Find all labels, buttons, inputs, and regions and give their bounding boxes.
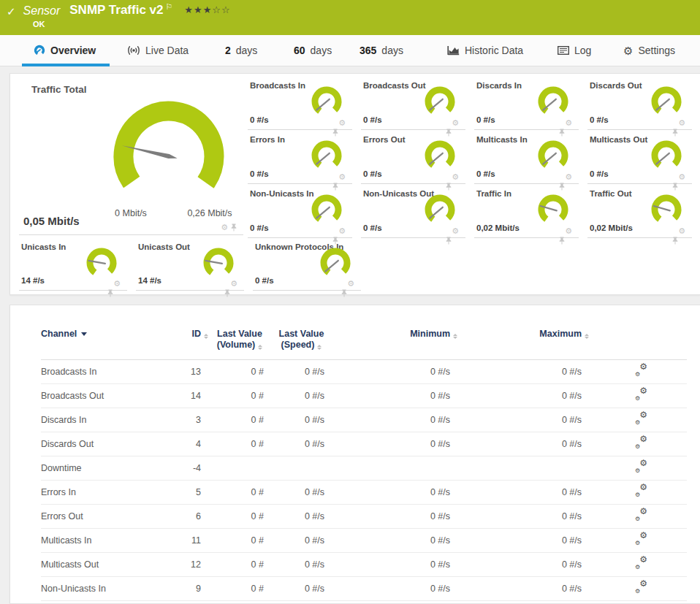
tab-label: days [381,45,403,56]
gear-icon[interactable]: ⚙ [678,119,685,127]
channel-settings-icon[interactable]: ⚙⚙ [635,485,647,497]
gear-icon[interactable]: ⚙ [565,119,572,127]
gear-icon[interactable]: ⚙ [347,280,354,288]
gauge-value: 0,02 Mbit/s [590,223,633,232]
column-header-maximum[interactable]: Maximum [457,329,589,340]
table-row: Errors In50 #0 #/s0 #/s0 #/s⚙⚙ [41,481,687,505]
gauge-title: Discards In [476,81,522,90]
gauge-value: 0 #/s [590,115,609,124]
tab-2-days[interactable]: 2days [225,35,257,66]
gauge-value: 0 #/s [476,115,495,124]
channel-id: 5 [185,487,208,497]
gear-icon[interactable]: ⚙ [230,280,237,288]
tab-overview[interactable]: Overview [34,35,96,66]
ok-check-icon: ✓ [7,5,16,18]
gauge [536,139,570,173]
gauge-title: Traffic Total [31,84,87,95]
sort-icon [317,345,322,350]
tab-log[interactable]: Log [558,35,591,66]
gauge-value: 0,02 Mbit/s [476,223,520,232]
tab-live-data[interactable]: Live Data [127,35,189,66]
tab-365-days[interactable]: 365days [359,35,403,66]
gauge-panel-discards-in: Discards In0 #/s⚙ [474,76,579,130]
gauge-title: Errors Out [363,135,406,144]
channel-settings-icon[interactable]: ⚙⚙ [635,557,647,570]
gear-icon[interactable]: ⚙ [678,173,685,181]
pin-icon[interactable] [230,223,237,232]
maximum-value: 0 #/s [457,487,589,497]
column-header-last-value-volume[interactable]: Last Value(Volume) [208,329,271,351]
tab-settings[interactable]: ⚙Settings [623,35,675,66]
tab-range-number: 60 [294,45,305,56]
flag-icon[interactable]: ⚐ [165,2,172,12]
gear-icon[interactable]: ⚙ [565,227,572,235]
channel-name: Broadcasts Out [41,391,185,401]
tab-historic-data[interactable]: Historic Data [447,35,523,66]
gauge-grid-bottom-row: Unicasts In14 #/s⚙Unicasts Out14 #/s⚙Unk… [19,237,370,291]
minimum-value: 0 #/s [332,535,457,546]
channel-id: -4 [185,463,208,473]
last-value-volume: 0 # [208,584,271,594]
gear-icon[interactable]: ⚙ [338,173,346,181]
gear-icon[interactable]: ⚙ [678,227,685,235]
channel-settings-icon[interactable]: ⚙⚙ [635,461,647,473]
gear-icon[interactable]: ⚙ [452,119,459,127]
table-body: Broadcasts In130 #0 #/s0 #/s0 #/s⚙⚙Broad… [41,360,687,601]
maximum-value: 0 #/s [457,584,589,594]
channel-settings-icon[interactable]: ⚙⚙ [635,533,647,546]
gear-icon[interactable]: ⚙ [452,227,459,235]
gauge-title: Multicasts Out [590,135,647,144]
gauge-panel-unknown-protocols-in: Unknown Protocols In0 #/s⚙ [253,237,361,291]
gear-icon[interactable]: ⚙ [221,223,228,232]
gauges-card: Traffic Total 0 Mbit/s 0,26 Mbit/s 0,05 … [9,73,700,295]
gauge-panel-discards-out: Discards Out0 #/s⚙ [587,76,692,130]
channel-settings-icon[interactable]: ⚙⚙ [635,389,647,401]
gauge-panel-broadcasts-out: Broadcasts Out0 #/s⚙ [361,76,465,130]
gear-icon[interactable]: ⚙ [452,173,459,181]
table-row: Downtime-4⚙⚙ [41,456,687,481]
gauge-value: 0 #/s [255,276,274,285]
last-value-speed: 0 #/s [271,511,332,521]
channel-id: 13 [185,367,208,377]
channel-settings-icon[interactable]: ⚙⚙ [635,413,647,425]
last-value-volume: 0 # [208,391,271,401]
channel-settings-icon[interactable]: ⚙⚙ [635,437,647,449]
gauge [85,247,118,280]
sensor-kind-label: Sensor [23,4,61,18]
channel-settings-icon[interactable]: ⚙⚙ [635,509,647,521]
channel-settings-icon[interactable]: ⚙⚙ [635,581,647,594]
channel-settings-icon[interactable]: ⚙⚙ [635,364,647,377]
gauge-title: Broadcasts Out [363,81,426,90]
table-header-row: Channel ID Last Value(Volume) Last Value… [41,305,687,360]
gear-icon[interactable]: ⚙ [113,280,121,288]
table-row: Errors Out60 #0 #/s0 #/s0 #/s⚙⚙ [41,505,687,529]
last-value-speed: 0 #/s [271,535,332,546]
traffic-total-gauge [107,98,231,218]
gauge-title: Traffic Out [590,189,632,198]
last-value-volume: 0 # [208,535,271,546]
gauge [310,139,343,173]
channel-name: Non-Unicasts In [41,584,185,594]
gauge-value: 0,05 Mbit/s [23,215,80,227]
tab-60-days[interactable]: 60days [294,35,332,66]
tab-label: days [236,45,258,56]
sensor-page: ✓ Sensor SNMP Traffic v2 ⚐ ★★★☆☆ OK Over… [0,0,700,604]
channel-name: Errors Out [41,511,185,521]
gear-icon[interactable]: ⚙ [565,173,572,181]
column-header-minimum[interactable]: Minimum [332,329,457,340]
gauge-panel-broadcasts-in: Broadcasts In0 #/s⚙ [248,76,352,130]
gauge-icon [34,45,45,56]
gauge-value: 0 #/s [250,223,269,232]
tab-label: days [311,45,332,56]
gear-icon[interactable]: ⚙ [338,119,346,127]
column-header-last-value-speed[interactable]: Last Value(Speed) [271,329,332,351]
gauge-title: Unicasts In [21,242,66,251]
gauge-max-label: 0,26 Mbit/s [180,208,239,218]
star-rating[interactable]: ★★★☆☆ [184,4,230,15]
table-row: Non-Unicasts In90 #0 #/s0 #/s0 #/s⚙⚙ [41,577,687,601]
column-header-id[interactable]: ID [185,329,208,340]
maximum-value: 0 #/s [457,511,589,521]
gear-icon[interactable]: ⚙ [338,227,346,235]
column-header-channel[interactable]: Channel [41,329,185,340]
channel-name: Discards In [41,415,185,425]
